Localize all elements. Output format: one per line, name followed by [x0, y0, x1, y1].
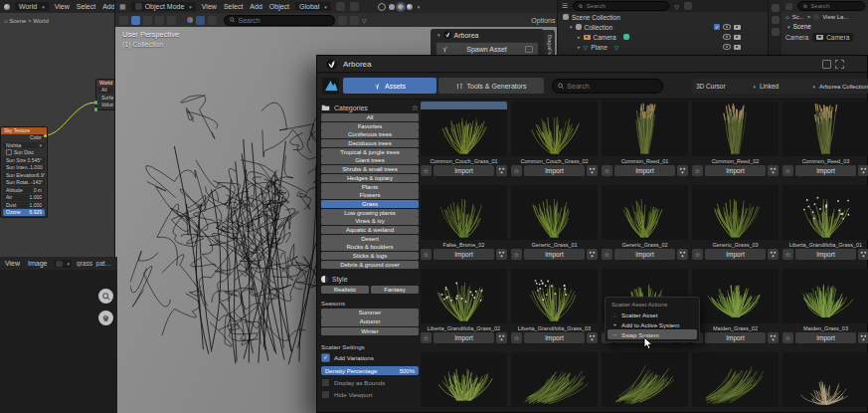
import-button[interactable]: Import — [524, 249, 585, 260]
plane-controls[interactable] — [723, 44, 741, 50]
sky-field[interactable]: Sun Elevation6.9° — [3, 172, 45, 179]
falloff-icon[interactable] — [187, 17, 193, 23]
camera-controls[interactable] — [723, 34, 741, 40]
shading-mode-icons[interactable]: ▾ — [378, 3, 421, 11]
category-item[interactable]: Hedges & topiary — [321, 174, 419, 182]
favorite-star-button[interactable]: ☆ — [511, 249, 522, 260]
category-item[interactable]: Sticks & logs — [321, 252, 419, 260]
display-settings-icon[interactable] — [350, 16, 359, 25]
asset-thumbnail[interactable] — [421, 185, 507, 240]
scatter-node-button[interactable] — [496, 249, 507, 260]
proportional-edit-icon[interactable] — [350, 2, 359, 11]
eye-icon[interactable] — [723, 24, 731, 30]
asset-card[interactable]: Maiden_Grass_03 ☆ Import — [782, 269, 868, 348]
import-button[interactable]: Import — [524, 165, 585, 176]
category-item[interactable]: All — [321, 113, 419, 121]
asset-thumbnail[interactable] — [692, 352, 779, 407]
category-item[interactable]: Giant trees — [321, 156, 419, 164]
asset-thumbnail[interactable] — [782, 269, 868, 323]
category-item[interactable]: Favorites — [321, 122, 419, 130]
asset-card[interactable]: ☆ Import — [782, 352, 868, 413]
link-mode-dropdown[interactable]: Linked▾ — [756, 79, 819, 94]
category-item[interactable]: Flowers — [321, 191, 419, 199]
panel-corner-icons[interactable] — [822, 60, 844, 69]
tab-tools-generators[interactable]: Tools & Generators — [438, 78, 544, 94]
import-button[interactable]: Import — [614, 165, 675, 176]
favorite-star-button[interactable]: ☆ — [421, 332, 432, 343]
category-item[interactable]: Aquatic & wetland — [321, 226, 419, 234]
search-input[interactable] — [810, 3, 859, 9]
category-item[interactable]: Debris & ground cover — [321, 261, 419, 269]
scatter-node-button[interactable] — [768, 249, 779, 260]
sun-disc-toggle[interactable]: Sun Disc — [3, 149, 45, 156]
category-item[interactable]: Low growing plants — [321, 209, 419, 217]
scatter-node-button[interactable] — [858, 249, 868, 260]
checkbox-icon[interactable]: ✓ — [714, 24, 720, 30]
move-tool-icon[interactable] — [143, 16, 152, 25]
asset-card[interactable]: ☆ Import — [602, 352, 688, 413]
import-button[interactable]: Import — [795, 332, 856, 343]
display-bounds-checkbox[interactable]: Display as Bounds — [321, 378, 419, 387]
category-item[interactable]: Grass — [321, 200, 419, 208]
category-item[interactable]: Coniferous trees — [321, 130, 419, 138]
bookmark-icon[interactable] — [338, 16, 347, 25]
category-item[interactable]: Deciduous trees — [321, 139, 419, 147]
favorite-star-button[interactable]: ☆ — [782, 165, 793, 176]
outliner-row-scene-collection[interactable]: Scene Collection — [558, 12, 769, 22]
asset-card[interactable]: False_Brome_02 ☆ Import — [421, 185, 507, 265]
camera-field[interactable]: Camera — [812, 33, 853, 42]
snap-icon[interactable] — [336, 2, 345, 11]
asset-card[interactable]: Common_Reed_03 ☆ Import — [782, 102, 868, 181]
sky-field[interactable]: Dust1.000 — [3, 202, 45, 209]
outliner-row-camera[interactable]: ▸ Camera — [558, 32, 769, 42]
season-summer-button[interactable]: Summer — [321, 309, 419, 317]
spawn-location-dropdown[interactable]: 3D Cursor▾ — [692, 79, 760, 94]
hide-viewport-checkbox[interactable]: Hide Viewport — [321, 390, 419, 399]
tab-assets[interactable]: Assets — [343, 78, 436, 94]
scatter-node-button[interactable] — [496, 165, 507, 176]
expand-icon[interactable]: ▸ — [578, 34, 581, 40]
import-button[interactable]: Import — [434, 165, 494, 176]
search-input[interactable] — [587, 3, 663, 9]
style-realistic-button[interactable]: Realistic — [321, 286, 369, 295]
sky-field[interactable]: Sun Rotat..-143° — [3, 179, 45, 186]
tool-tab-icon[interactable] — [772, 4, 780, 12]
zoom-overlay-button[interactable] — [98, 289, 113, 304]
favorite-star-button[interactable]: ☆ — [782, 332, 793, 343]
scatter-node-button[interactable] — [677, 249, 688, 260]
import-button[interactable]: Import — [524, 332, 585, 343]
collapse-icon[interactable]: ▾ — [437, 32, 440, 38]
asset-card[interactable]: Common_Reed_02 ☆ Import — [692, 102, 779, 181]
asset-card[interactable]: Common_Couch_Grass_02 ☆ Import — [511, 102, 598, 181]
filter-funnel-icon[interactable]: ▽ — [674, 3, 679, 10]
sky-type-dropdown[interactable]: Nishita▾ — [3, 142, 45, 149]
scatter-node-button[interactable] — [496, 332, 507, 343]
image-name[interactable]: grass_path_3_nor... — [77, 260, 113, 267]
sky-field[interactable]: Sun Inten..1.000 — [3, 164, 45, 171]
asset-thumbnail[interactable] — [511, 352, 598, 407]
import-button[interactable]: Import — [614, 249, 675, 260]
collections-button[interactable]: Arborea Collections — [815, 79, 868, 94]
tweak-tool-icon[interactable] — [131, 16, 140, 25]
favorite-star-button[interactable]: ☆ — [421, 165, 432, 176]
scatter-node-button[interactable] — [677, 165, 688, 176]
category-item[interactable]: Rocks & boulders — [321, 243, 419, 251]
category-item[interactable]: Desert — [321, 235, 419, 243]
render-camera-icon[interactable] — [734, 25, 741, 30]
pan-overlay-button[interactable] — [98, 310, 113, 325]
favorite-star-icon[interactable]: ☆ — [412, 103, 419, 112]
category-item[interactable]: Shrubs & small trees — [321, 165, 419, 173]
asset-card[interactable]: Liberta_Grandifolia_Grass_01 ☆ Import — [782, 185, 868, 265]
asset-card[interactable]: Generic_Grass_02 ☆ Import — [602, 185, 688, 265]
menu-item[interactable]: View — [201, 3, 218, 10]
eye-icon[interactable] — [723, 44, 731, 50]
scatter-node-button[interactable] — [587, 332, 598, 343]
scatter-node-button[interactable] — [587, 165, 598, 176]
asset-card[interactable]: Liberta_Grandifolia_Grass_02 ☆ Import — [421, 269, 507, 348]
world-output-node[interactable]: World All Surface Volume — [95, 79, 116, 110]
select-tool-icon[interactable] — [119, 16, 128, 25]
style-fantasy-button[interactable]: Fantasy — [371, 286, 419, 295]
menu-item[interactable]: View — [4, 260, 21, 267]
category-item[interactable]: Plants — [321, 183, 419, 191]
color-socket[interactable] — [44, 134, 48, 138]
